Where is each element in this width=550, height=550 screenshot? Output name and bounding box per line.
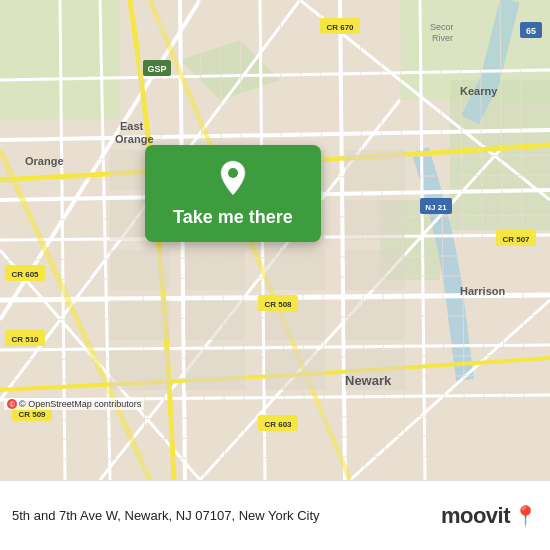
osm-attribution: © © OpenStreetMap contributors <box>4 398 144 410</box>
moovit-text: moovit <box>441 503 510 529</box>
svg-rect-62 <box>345 200 405 240</box>
map-container[interactable]: Orange East Orange Kearny Harrison Newar… <box>0 0 550 480</box>
svg-text:CR 605: CR 605 <box>11 270 39 279</box>
svg-rect-58 <box>345 150 405 190</box>
svg-text:65: 65 <box>526 26 536 36</box>
svg-rect-65 <box>265 250 325 290</box>
svg-text:GSP: GSP <box>147 64 166 74</box>
osm-icon: © <box>7 399 17 409</box>
svg-rect-64 <box>185 250 245 290</box>
svg-text:Harrison: Harrison <box>460 285 506 297</box>
svg-text:Kearny: Kearny <box>460 85 498 97</box>
footer-left: 5th and 7th Ave W, Newark, NJ 07107, New… <box>12 508 320 523</box>
svg-text:Orange: Orange <box>115 133 154 145</box>
svg-text:East: East <box>120 120 144 132</box>
svg-text:CR 670: CR 670 <box>326 23 354 32</box>
take-me-there-overlay[interactable]: Take me there <box>145 145 321 242</box>
moovit-pin-icon: 📍 <box>513 504 538 528</box>
svg-text:CR 509: CR 509 <box>18 410 46 419</box>
svg-rect-73 <box>265 350 325 390</box>
svg-rect-68 <box>185 300 245 340</box>
svg-text:CR 508: CR 508 <box>264 300 292 309</box>
osm-text: © OpenStreetMap contributors <box>19 399 141 409</box>
svg-text:Newark: Newark <box>345 373 392 388</box>
svg-text:CR 510: CR 510 <box>11 335 39 344</box>
svg-text:CR 507: CR 507 <box>502 235 530 244</box>
svg-text:NJ 21: NJ 21 <box>425 203 447 212</box>
svg-rect-66 <box>345 250 405 290</box>
svg-rect-67 <box>110 300 170 340</box>
svg-rect-70 <box>345 300 405 340</box>
svg-text:Orange: Orange <box>25 155 64 167</box>
svg-rect-63 <box>110 250 170 290</box>
svg-point-103 <box>228 168 238 178</box>
svg-rect-71 <box>110 350 170 390</box>
svg-text:River: River <box>432 33 453 43</box>
moovit-logo: moovit 📍 <box>441 503 538 529</box>
take-me-there-button[interactable]: Take me there <box>173 207 293 228</box>
svg-text:CR 603: CR 603 <box>264 420 292 429</box>
location-pin-icon <box>217 159 249 199</box>
footer: 5th and 7th Ave W, Newark, NJ 07107, New… <box>0 480 550 550</box>
svg-text:Secor: Secor <box>430 22 454 32</box>
svg-rect-72 <box>185 350 245 390</box>
footer-address: 5th and 7th Ave W, Newark, NJ 07107, New… <box>12 508 320 523</box>
